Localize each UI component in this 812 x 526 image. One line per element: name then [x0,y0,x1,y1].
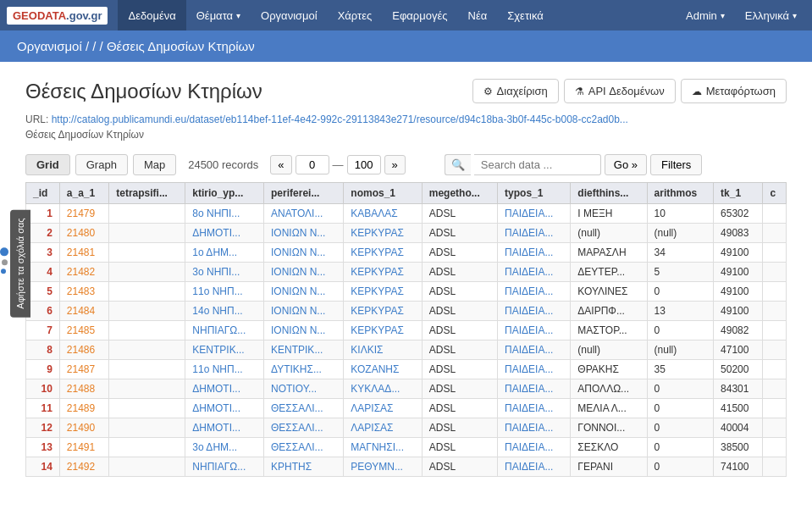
view-graph-button[interactable]: Graph [75,154,128,175]
col-extra: c [763,183,787,204]
table-cell: ΔΗΜΟΤΙ... [185,418,264,438]
table-row: 4214823ο ΝΗΠΙ...ΙΟΝΙΩΝ Ν...ΚΕΡΚΥΡΑΣADSLΠ… [26,263,787,282]
table-cell: ΙΟΝΙΩΝ Ν... [264,263,344,282]
table-cell: ΜΑΡΑΣΛΗ [571,243,647,263]
nav-item-news[interactable]: Νέα [458,0,498,30]
table-cell: ΠΑΙΔΕΙΑ... [498,243,571,263]
go-button[interactable]: Go » [605,154,647,175]
table-cell: ΙΟΝΙΩΝ Ν... [264,282,344,302]
table-cell: (null) [647,341,714,360]
pagination-from[interactable] [296,155,329,174]
table-cell: 21480 [59,224,108,243]
nav-item-about[interactable]: Σχετικά [497,0,554,30]
table-cell: (null) [647,224,714,243]
filters-button[interactable]: Filters [650,154,702,175]
nav-item-apps[interactable]: Εφαρμογές [382,0,457,30]
search-input[interactable] [474,154,601,175]
table-row: 1121489ΔΗΜΟΤΙ...ΘΕΣΣΑΛΙ...ΛΑΡΙΣΑΣADSLΠΑΙ… [26,399,787,418]
nav-item-maps[interactable]: Χάρτες [328,0,383,30]
table-cell: 0 [647,379,714,399]
table-cell: ΠΑΙΔΕΙΑ... [498,418,571,438]
table-cell: 38500 [714,438,763,457]
table-row: 13214913ο ΔΗΜ...ΘΕΣΣΑΛΙ...ΜΑΓΝΗΣΙ...ADSL… [26,438,787,457]
pagination-to[interactable] [347,155,381,174]
table-cell: ΠΑΙΔΕΙΑ... [498,341,571,360]
table-cell [763,302,787,321]
table-cell [109,379,185,399]
table-cell: 35 [647,360,714,379]
table-cell: ADSL [422,204,497,224]
table-cell [109,438,185,457]
table-cell [763,204,787,224]
page-title: Θέσεις Δημοσίων Κτηρίων [25,80,262,103]
logo-data: DATA [37,9,66,22]
nav-language[interactable]: Ελληνικά ▾ [737,0,805,30]
table-cell: 34 [647,243,714,263]
table-cell: 8 [26,341,60,360]
view-grid-button[interactable]: Grid [25,154,70,175]
table-cell [763,418,787,438]
table-cell: 5 [647,263,714,282]
table-cell: ΡΕΘΥΜΝ... [344,457,422,477]
table-cell [109,321,185,341]
table-cell: 0 [647,321,714,341]
table-cell: ADSL [422,379,497,399]
upload-button[interactable]: ☁ Μεταφόρτωση [681,79,787,103]
feedback-tab[interactable]: Αφήστε τα σχόλιά σας [10,209,30,317]
logo-suffix: .gov.gr [66,9,102,22]
themes-dropdown-arrow: ▾ [236,11,240,20]
table-cell [763,360,787,379]
table-cell [109,457,185,477]
dataset-label: Θέσεις Δημοσίων Κτηρίων [25,129,787,141]
table-cell: 21492 [59,457,108,477]
table-cell: 10 [26,379,60,399]
api-button[interactable]: ⚗ API Δεδομένων [564,79,676,103]
table-cell: ΚΕΡΚΥΡΑΣ [344,243,422,263]
url-link[interactable]: http://catalog.publicamundi.eu/dataset/e… [52,114,628,125]
table-cell: ΙΟΝΙΩΝ Ν... [264,224,344,243]
table-cell: ΚΥΚΛΑΔ... [344,379,422,399]
admin-dropdown-arrow: ▾ [721,11,725,20]
site-logo[interactable]: GEODATA.gov.gr [7,7,108,25]
table-cell [763,243,787,263]
table-cell: ΛΑΡΙΣΑΣ [344,399,422,418]
table-cell: ΜΕΛΙΑ Λ... [571,399,647,418]
table-cell [763,341,787,360]
pagination-prev[interactable]: « [270,155,291,174]
table-cell: ADSL [422,399,497,418]
nav-item-orgs[interactable]: Οργανισμοί [251,0,328,30]
table-cell: ΚΕΡΚΥΡΑΣ [344,302,422,321]
table-cell: ADSL [422,282,497,302]
table-cell: ΔΥΤΙΚΗΣ... [264,360,344,379]
table-cell [109,263,185,282]
nav-item-data[interactable]: Δεδομένα [118,0,185,30]
table-cell [763,457,787,477]
table-cell: ΠΑΙΔΕΙΑ... [498,399,571,418]
data-table: _id a_a_1 tetrapsifi... ktirio_yp... per… [25,182,787,477]
table-cell: 49083 [714,224,763,243]
table-cell: ΚΕΡΚΥΡΑΣ [344,224,422,243]
table-cell: ΚΟΥΛΙΝΕΣ [571,282,647,302]
table-row: 1214798ο ΝΗΠΙ...ΑΝΑΤΟΛΙ...ΚΑΒΑΛΑΣADSLΠΑΙ… [26,204,787,224]
table-cell: 8ο ΝΗΠΙ... [185,204,264,224]
pagination-next[interactable]: » [384,155,406,174]
table-cell: ADSL [422,224,497,243]
nav-admin[interactable]: Admin ▾ [677,0,733,30]
table-cell: 5 [26,282,60,302]
table-cell: ADSL [422,457,497,477]
table-cell: 3ο ΝΗΠΙ... [185,263,264,282]
nav-item-themes[interactable]: Θέματα ▾ [186,0,251,30]
upload-icon: ☁ [692,86,702,97]
table-cell: ΙΟΝΙΩΝ Ν... [264,302,344,321]
table-cell: 11ο ΝΗΠ... [185,282,264,302]
table-cell: ΝΟΤΙΟΥ... [264,379,344,399]
table-cell: ΘΡΑΚΗΣ [571,360,647,379]
api-icon: ⚗ [575,86,584,97]
table-cell: ΠΑΙΔΕΙΑ... [498,438,571,457]
manage-icon: ⚙ [483,86,493,97]
table-cell: ΠΑΙΔΕΙΑ... [498,321,571,341]
manage-button[interactable]: ⚙ Διαχείριση [472,79,559,103]
view-map-button[interactable]: Map [133,154,176,175]
col-meg: megetho... [422,183,497,204]
col-arith: arithmos [647,183,714,204]
